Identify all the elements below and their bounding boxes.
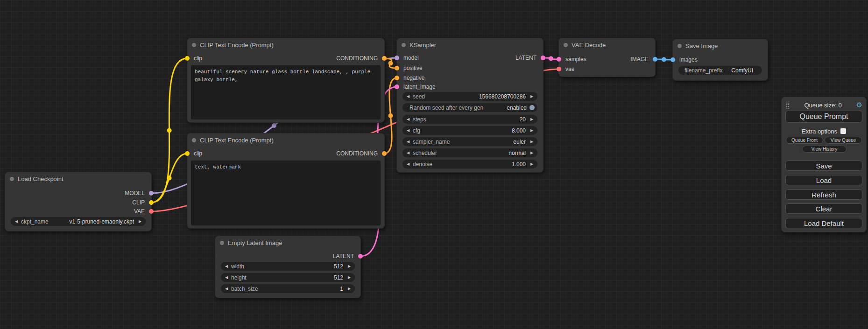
node-title-bar[interactable]: Load Checkpoint: [5, 172, 151, 185]
node-title-bar[interactable]: KSampler: [397, 38, 543, 51]
node-title: Empty Latent Image: [228, 239, 282, 246]
increment-arrow-icon[interactable]: ▶: [346, 275, 353, 280]
decrement-arrow-icon[interactable]: ◀: [405, 94, 411, 98]
steps-widget[interactable]: ◀ steps 20 ▶: [402, 115, 537, 124]
next-value-arrow-icon[interactable]: ▶: [529, 151, 535, 155]
view-queue-button[interactable]: View Queue: [825, 137, 862, 144]
vae-input-dot[interactable]: [557, 67, 561, 71]
collapse-dot[interactable]: [192, 138, 196, 142]
node-ksampler[interactable]: KSampler model LATENT positive negative …: [396, 38, 543, 173]
clear-button[interactable]: Clear: [785, 203, 862, 214]
link-midpoint-dot: [167, 128, 172, 133]
node-empty-latent-image[interactable]: Empty Latent Image LATENT ◀ width 512 ▶ …: [215, 236, 361, 298]
increment-arrow-icon[interactable]: ▶: [529, 162, 535, 166]
latent-output-dot[interactable]: [358, 254, 363, 259]
filename-prefix-widget[interactable]: filename_prefix ComfyUI: [678, 66, 762, 75]
samples-input-dot[interactable]: [557, 57, 561, 62]
decrement-arrow-icon[interactable]: ◀: [405, 162, 411, 166]
decrement-arrow-icon[interactable]: ◀: [223, 287, 230, 291]
decrement-arrow-icon[interactable]: ◀: [223, 275, 230, 280]
conditioning-output-dot[interactable]: [382, 151, 387, 156]
conditioning-output-dot[interactable]: [382, 56, 387, 61]
collapse-dot[interactable]: [192, 43, 196, 47]
denoise-widget[interactable]: ◀ denoise 1.000 ▶: [402, 160, 537, 168]
settings-gear-icon[interactable]: ⚙: [856, 101, 862, 109]
output-slot-model: MODEL: [5, 189, 151, 197]
node-title-bar[interactable]: Save Image: [673, 39, 768, 52]
image-output-dot[interactable]: [653, 57, 657, 62]
cfg-widget[interactable]: ◀ cfg 8.000 ▶: [402, 126, 537, 135]
clip-input-dot[interactable]: [185, 151, 190, 156]
extra-options-label: Extra options: [802, 128, 837, 135]
next-value-arrow-icon[interactable]: ▶: [137, 219, 143, 224]
node-title: CLIP Text Encode (Prompt): [200, 137, 274, 144]
extra-options-checkbox[interactable]: [840, 128, 846, 134]
node-title-bar[interactable]: Empty Latent Image: [215, 236, 360, 249]
increment-arrow-icon[interactable]: ▶: [346, 287, 353, 291]
model-output-dot[interactable]: [149, 191, 154, 196]
refresh-button[interactable]: Refresh: [785, 189, 862, 200]
batch-size-widget[interactable]: ◀ batch_size 1 ▶: [221, 284, 355, 293]
save-button[interactable]: Save: [785, 161, 862, 171]
negative-prompt-textarea[interactable]: text, watermark: [191, 161, 381, 225]
next-value-arrow-icon[interactable]: ▶: [529, 140, 535, 144]
node-graph-canvas[interactable]: Load Checkpoint MODEL CLIP VAE ◀ ckpt_na…: [0, 0, 868, 329]
seed-widget[interactable]: ◀ seed 156680208700286 ▶: [402, 92, 537, 101]
queue-size-label: Queue size: 0: [790, 102, 856, 109]
output-slot-clip: CLIP: [5, 198, 151, 207]
collapse-dot[interactable]: [564, 43, 568, 47]
output-slot-latent: LATENT: [215, 252, 360, 260]
vae-output-dot[interactable]: [149, 209, 154, 214]
increment-arrow-icon[interactable]: ▶: [529, 117, 535, 121]
prev-value-arrow-icon[interactable]: ◀: [405, 140, 411, 144]
toggle-knob[interactable]: [529, 105, 535, 110]
node-load-checkpoint[interactable]: Load Checkpoint MODEL CLIP VAE ◀ ckpt_na…: [5, 172, 152, 231]
drag-handle-icon[interactable]: ⣿: [785, 102, 790, 109]
load-button[interactable]: Load: [785, 175, 862, 185]
ckpt-name-widget[interactable]: ◀ ckpt_name v1-5-pruned-emaonly.ckpt ▶: [11, 217, 146, 226]
increment-arrow-icon[interactable]: ▶: [346, 264, 353, 268]
load-default-button[interactable]: Load Default: [785, 218, 862, 228]
collapse-dot[interactable]: [220, 241, 224, 245]
images-input-dot[interactable]: [670, 57, 675, 62]
model-input-dot[interactable]: [395, 56, 399, 60]
random-seed-toggle-widget[interactable]: Random seed after every gen enabled: [402, 103, 537, 112]
sampler-name-widget[interactable]: ◀ sampler_name euler ▶: [402, 137, 537, 146]
node-title-bar[interactable]: CLIP Text Encode (Prompt): [187, 133, 384, 147]
node-save-image[interactable]: Save Image images filename_prefix ComfyU…: [672, 39, 768, 81]
queue-prompt-button[interactable]: Queue Prompt: [785, 111, 862, 123]
prev-value-arrow-icon[interactable]: ◀: [405, 151, 411, 155]
latent-output-dot[interactable]: [541, 56, 545, 60]
collapse-dot[interactable]: [677, 44, 682, 48]
negative-input-dot[interactable]: [395, 76, 399, 80]
clip-output-dot[interactable]: [149, 200, 154, 205]
clip-input-dot[interactable]: [185, 56, 190, 61]
decrement-arrow-icon[interactable]: ◀: [405, 128, 411, 133]
link-midpoint-dot: [272, 123, 276, 128]
collapse-dot[interactable]: [402, 43, 406, 47]
node-clip-text-encode-negative[interactable]: CLIP Text Encode (Prompt) clip CONDITION…: [187, 133, 385, 229]
queue-front-button[interactable]: Queue Front: [786, 137, 823, 144]
node-title: CLIP Text Encode (Prompt): [200, 42, 274, 49]
node-title-bar[interactable]: VAE Decode: [559, 38, 655, 51]
increment-arrow-icon[interactable]: ▶: [529, 94, 535, 98]
height-widget[interactable]: ◀ height 512 ▶: [221, 273, 355, 282]
positive-prompt-textarea[interactable]: beautiful scenery nature glass bottle la…: [191, 65, 381, 119]
collapse-dot[interactable]: [10, 177, 14, 181]
decrement-arrow-icon[interactable]: ◀: [223, 264, 230, 268]
prev-value-arrow-icon[interactable]: ◀: [13, 219, 20, 224]
width-widget[interactable]: ◀ width 512 ▶: [221, 262, 355, 271]
latent-image-input-dot[interactable]: [395, 84, 399, 89]
view-history-button[interactable]: View History: [802, 146, 847, 153]
decrement-arrow-icon[interactable]: ◀: [405, 117, 411, 121]
extra-options-row: Extra options: [782, 128, 866, 134]
positive-input-dot[interactable]: [395, 66, 399, 70]
node-clip-text-encode-positive[interactable]: CLIP Text Encode (Prompt) clip CONDITION…: [187, 38, 385, 123]
increment-arrow-icon[interactable]: ▶: [529, 128, 535, 133]
link-midpoint-dot: [662, 57, 666, 62]
node-vae-decode[interactable]: VAE Decode samples IMAGE vae: [558, 38, 656, 77]
comfy-menu-panel: ⣿ Queue size: 0 ⚙ Queue Prompt Extra opt…: [781, 97, 867, 232]
slot-row-clip-conditioning: clip CONDITIONING: [187, 54, 384, 63]
node-title-bar[interactable]: CLIP Text Encode (Prompt): [187, 38, 384, 51]
scheduler-widget[interactable]: ◀ scheduler normal ▶: [402, 148, 537, 157]
